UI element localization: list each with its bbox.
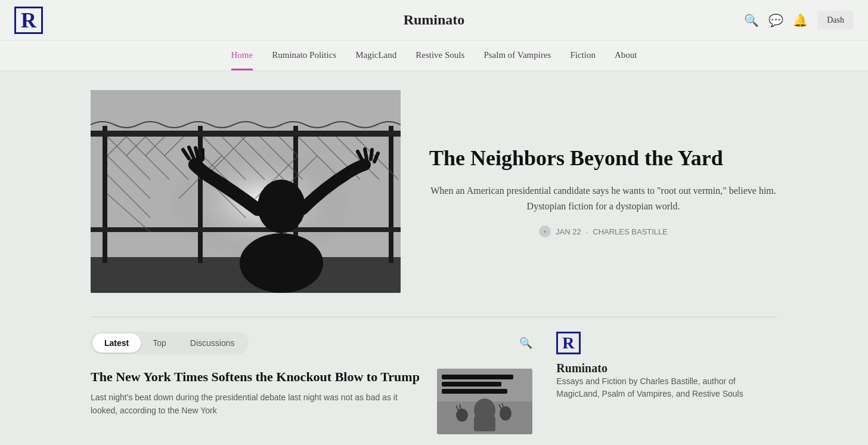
hero-section: The Neighbors Beyond the Yard When an Am… (91, 90, 777, 293)
nav-item-psalm[interactable]: Psalm of Vampires (483, 50, 551, 70)
tab-top[interactable]: Top (141, 333, 178, 353)
hero-separator: · (586, 227, 588, 236)
thumbnail-image (437, 369, 532, 434)
header-logo[interactable]: R (14, 7, 43, 34)
post-thumbnail[interactable] (437, 369, 532, 434)
search-icon[interactable]: 🔍 (744, 13, 759, 27)
sidebar-description: Essays and Fiction by Charles Bastille, … (556, 375, 777, 400)
svg-rect-6 (103, 126, 107, 263)
hero-title: The Neighbors Beyond the Yard (429, 146, 777, 171)
meta-avatar-icon: ⚬ (539, 225, 551, 237)
nav-item-about[interactable]: About (615, 50, 637, 70)
hero-subtitle: When an American presidential candidate … (429, 183, 777, 214)
hero-text: The Neighbors Beyond the Yard When an Am… (429, 146, 777, 237)
tab-search-icon[interactable]: 🔍 (519, 336, 532, 350)
svg-line-42 (365, 149, 367, 159)
tab-group: Latest Top Discussions (91, 332, 249, 354)
svg-rect-47 (442, 375, 513, 379)
nav-item-home[interactable]: Home (231, 50, 253, 70)
post-item: The New York Times Softens the Knockout … (91, 369, 532, 434)
svg-point-53 (456, 409, 468, 422)
tab-latest[interactable]: Latest (92, 333, 141, 353)
post-excerpt: Last night's beat down during the presid… (91, 391, 425, 418)
tab-discussions[interactable]: Discussions (178, 333, 247, 353)
header: R Ruminato 🔍 💬 🔔 Dash (0, 0, 868, 41)
hero-image[interactable] (91, 90, 401, 293)
svg-line-39 (196, 148, 198, 157)
nav-item-magicland[interactable]: MagicLand (355, 50, 396, 70)
hero-date: JAN 22 (556, 227, 581, 236)
svg-rect-8 (91, 227, 401, 232)
nav-item-fiction[interactable]: Fiction (570, 50, 596, 70)
svg-rect-7 (91, 131, 401, 137)
main-content: The Neighbors Beyond the Yard When an Am… (76, 71, 792, 434)
comment-icon[interactable]: 💬 (768, 13, 783, 27)
bottom-section: Latest Top Discussions 🔍 The New York Ti… (91, 332, 777, 434)
sidebar-logo-icon: R (556, 332, 580, 354)
svg-line-43 (371, 150, 372, 159)
nav-item-politics[interactable]: Ruminato Politics (272, 50, 336, 70)
main-nav: Home Ruminato Politics MagicLand Restive… (0, 41, 868, 71)
svg-rect-3 (198, 126, 203, 263)
svg-point-35 (240, 233, 323, 293)
hero-author: CHARLES BASTILLE (593, 227, 668, 236)
section-divider (91, 317, 777, 317)
post-title[interactable]: The New York Times Softens the Knockout … (91, 369, 425, 386)
logo-icon: R (14, 7, 43, 34)
dash-button[interactable]: Dash (817, 11, 854, 30)
svg-rect-49 (442, 389, 507, 394)
site-title: Ruminato (404, 12, 465, 28)
header-actions: 🔍 💬 🔔 Dash (744, 11, 854, 30)
tabs-bar: Latest Top Discussions 🔍 (91, 332, 532, 354)
sidebar-pub-name: Ruminato (556, 361, 777, 375)
svg-rect-51 (474, 416, 495, 431)
post-text: The New York Times Softens the Knockout … (91, 369, 425, 417)
nav-item-restive-souls[interactable]: Restive Souls (416, 50, 464, 70)
bell-icon[interactable]: 🔔 (793, 13, 808, 27)
sidebar: R Ruminato Essays and Fiction by Charles… (556, 332, 777, 434)
posts-section: Latest Top Discussions 🔍 The New York Ti… (91, 332, 532, 434)
svg-rect-5 (389, 126, 393, 263)
hero-meta: ⚬ JAN 22 · CHARLES BASTILLE (429, 225, 777, 237)
sidebar-logo-wrap: R (556, 332, 777, 354)
svg-rect-48 (442, 382, 501, 387)
